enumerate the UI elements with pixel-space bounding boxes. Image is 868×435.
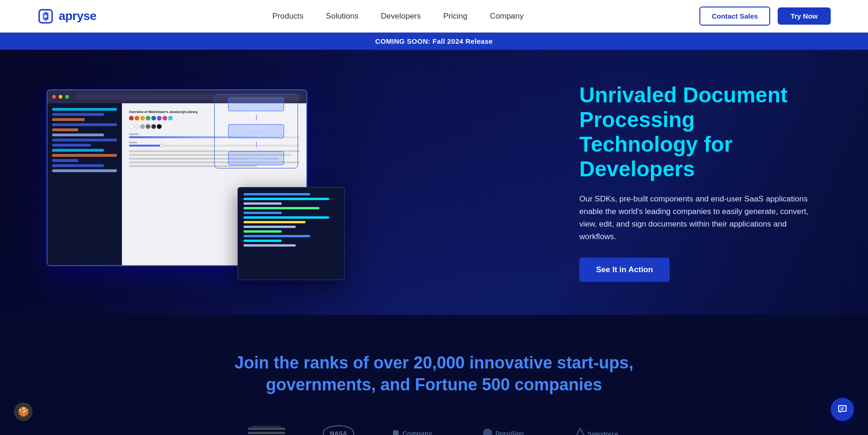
cp-line-7: [244, 221, 305, 223]
code-line-13: [52, 169, 117, 172]
diagram-arrow-2: [256, 142, 257, 147]
code-line-9: [52, 149, 104, 152]
company2-logo-svg: DocuSign: [481, 426, 536, 435]
code-line-4: [52, 123, 117, 126]
apryse-logo-icon: [37, 8, 54, 25]
color-dot-2: [135, 116, 139, 120]
contact-sales-button[interactable]: Contact Sales: [699, 7, 770, 26]
social-proof-line1: Join the ranks of over 20,000 innovative…: [235, 353, 633, 372]
hero-section: Overview of WebViewer's JavaScript Libra…: [0, 50, 868, 315]
cookie-icon-symbol: 🍪: [18, 406, 29, 417]
try-now-button[interactable]: Try Now: [778, 7, 831, 25]
social-proof-section: Join the ranks of over 20,000 innovative…: [0, 315, 868, 435]
code-line-2: [52, 113, 104, 116]
nav-developers[interactable]: Developers: [381, 12, 421, 20]
color-dot-gray: [140, 124, 145, 129]
company1-logo-svg: Company: [392, 427, 443, 435]
cp-line-2: [244, 198, 329, 200]
diagram-arrow-1: [256, 115, 257, 120]
toolbar-dot-green: [65, 95, 69, 99]
logo-text: apryse: [59, 9, 96, 23]
svg-text:Company: Company: [402, 430, 432, 435]
see-in-action-button[interactable]: See It in Action: [579, 258, 670, 282]
chat-button[interactable]: [831, 398, 854, 421]
logo-company1: Company: [392, 424, 443, 435]
hero-description: Our SDKs, pre-built components and end-u…: [579, 192, 812, 243]
nav-solutions[interactable]: Solutions: [326, 12, 359, 20]
ibm-logo-svg: [248, 426, 285, 435]
code-line-3: [52, 118, 85, 121]
svg-rect-9: [393, 430, 399, 435]
monitor-frame: Overview of WebViewer's JavaScript Libra…: [19, 71, 335, 294]
cp-line-3: [244, 202, 282, 205]
color-dot-5: [151, 116, 156, 120]
svg-text:NASA: NASA: [330, 430, 347, 435]
color-dot-3: [140, 116, 145, 120]
hero-title: Unrivaled Document Processing Technology…: [579, 83, 812, 181]
logo-nasa: NASA: [322, 424, 355, 435]
color-dot-black: [157, 124, 162, 129]
logos-row: NASA Company DocuSign Salesforce: [37, 424, 831, 435]
svg-rect-2: [248, 428, 285, 430]
color-dot-8: [168, 116, 173, 120]
company3-logo-svg: Salesforce: [574, 427, 620, 435]
cp-line-8: [244, 226, 296, 228]
nav-company[interactable]: Company: [490, 12, 524, 20]
code-line-5: [52, 128, 78, 131]
navbar-actions: Contact Sales Try Now: [699, 7, 831, 26]
toolbar-dot-red: [52, 95, 56, 99]
code-sidebar: [47, 103, 122, 265]
code-line-8: [52, 144, 91, 147]
cp-line-12: [244, 244, 296, 247]
cp-line-9: [244, 230, 282, 233]
hero-text-block: Unrivaled Document Processing Technology…: [579, 83, 812, 282]
color-dot-7: [163, 116, 167, 120]
cp-line-10: [244, 235, 310, 237]
cp-line-11: [244, 240, 282, 242]
hero-visual: Overview of WebViewer's JavaScript Libra…: [0, 50, 564, 315]
logo-company2: DocuSign: [481, 424, 536, 435]
code-line-11: [52, 159, 78, 162]
navbar: apryse Products Solutions Developers Pri…: [0, 0, 868, 33]
announcement-text: COMING SOON: Fall 2024 Release: [375, 37, 493, 45]
logo-link[interactable]: apryse: [37, 8, 96, 25]
svg-rect-5: [251, 426, 281, 427]
logo-ibm: [248, 424, 285, 435]
svg-point-1: [44, 15, 47, 18]
code-line-7: [52, 139, 117, 141]
code-line-1: [52, 108, 117, 111]
cp-line-5: [244, 212, 282, 214]
color-dot-darkgray: [146, 124, 150, 129]
color-dot-1: [129, 116, 134, 120]
svg-rect-3: [248, 432, 285, 434]
toolbar-dot-yellow: [59, 95, 62, 99]
social-proof-line2: governments, and Fortune 500 companies: [266, 375, 602, 394]
svg-text:DocuSign: DocuSign: [495, 430, 524, 435]
file-storage-diagram: WebViewer File Storage WebViewer: [214, 94, 298, 168]
cp-line-6: [244, 216, 329, 219]
diagram-box-mid: File Storage: [228, 124, 284, 138]
cookie-button[interactable]: 🍪: [14, 402, 33, 421]
color-dot-light: [135, 124, 139, 129]
code-line-12: [52, 164, 104, 167]
color-dot-4: [146, 116, 150, 120]
social-proof-title: Join the ranks of over 20,000 innovative…: [37, 352, 831, 396]
nav-products[interactable]: Products: [272, 12, 304, 20]
code-panel: [237, 187, 345, 280]
code-line-6: [52, 134, 104, 136]
logo-company3: Salesforce: [574, 424, 620, 435]
nav-links: Products Solutions Developers Pricing Co…: [272, 12, 524, 21]
svg-point-11: [483, 428, 492, 435]
svg-marker-13: [576, 428, 585, 435]
diagram-box-bot: WebViewer: [228, 151, 284, 165]
color-dot-6: [157, 116, 162, 120]
announcement-bar[interactable]: COMING SOON: Fall 2024 Release: [0, 33, 868, 50]
cp-line-4: [244, 207, 319, 209]
chat-icon: [837, 404, 848, 415]
nasa-logo-svg: NASA: [322, 425, 355, 435]
nav-pricing[interactable]: Pricing: [443, 12, 468, 20]
svg-text:Salesforce: Salesforce: [588, 430, 618, 435]
cp-line-1: [244, 193, 310, 195]
diagram-box-top: WebViewer: [228, 97, 284, 111]
color-dot-near-black: [151, 124, 156, 129]
